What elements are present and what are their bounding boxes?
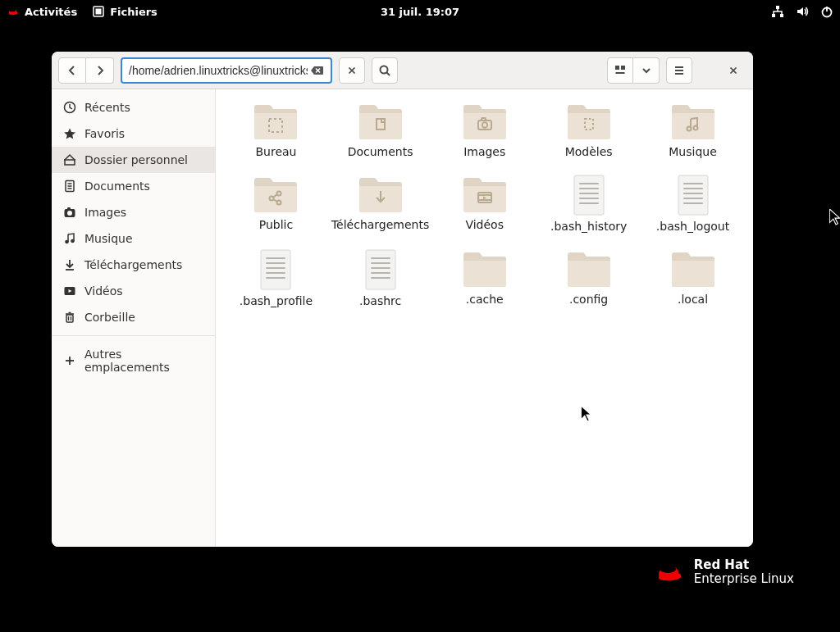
folder-tlchargements[interactable]: Téléchargements xyxy=(330,174,431,234)
content-area[interactable]: BureauDocumentsImagesModèlesMusiquePubli… xyxy=(216,89,753,547)
sidebar-item-label: Documents xyxy=(84,180,150,193)
folder-documents[interactable]: Documents xyxy=(330,101,431,159)
sidebar-item-music[interactable]: Musique xyxy=(52,225,215,252)
chevron-left-icon xyxy=(66,64,79,77)
file-label: .config xyxy=(569,293,608,307)
file-label: .local xyxy=(678,293,708,307)
brand-line1: Red Hat xyxy=(694,557,750,572)
app-menu-button[interactable]: Fichiers xyxy=(92,5,158,18)
app-menu-label: Fichiers xyxy=(110,6,158,18)
folder-icon xyxy=(669,101,718,142)
file-label: Bureau xyxy=(255,145,296,159)
text-file-icon xyxy=(675,174,711,216)
folder-icon xyxy=(460,248,509,289)
view-options-button[interactable] xyxy=(633,57,660,84)
chevron-down-icon xyxy=(640,64,653,77)
sidebar-item-label: Corbeille xyxy=(84,311,135,324)
sidebar-item-label: Images xyxy=(84,206,126,219)
redhat-logo-icon xyxy=(7,5,20,18)
sidebar: RécentsFavorisDossier personnelDocuments… xyxy=(52,89,216,547)
video-icon xyxy=(63,284,76,298)
sidebar-item-label: Vidéos xyxy=(84,284,123,298)
sidebar-item-star[interactable]: Favoris xyxy=(52,120,215,147)
nautilus-window: RécentsFavorisDossier personnelDocuments… xyxy=(52,52,753,547)
folder-local[interactable]: .local xyxy=(642,248,743,308)
folder-public[interactable]: Public xyxy=(226,174,326,234)
text-file-icon xyxy=(363,248,399,291)
window-close-button[interactable] xyxy=(720,57,746,84)
activities-button[interactable]: Activités xyxy=(7,5,77,18)
path-input[interactable] xyxy=(129,64,308,77)
file-label: Vidéos xyxy=(465,218,504,232)
activities-label: Activités xyxy=(25,6,77,18)
file-bashrc[interactable]: .bashrc xyxy=(330,248,431,308)
sidebar-item-video[interactable]: Vidéos xyxy=(52,278,215,304)
folder-config[interactable]: .config xyxy=(538,248,639,308)
folder-modles[interactable]: Modèles xyxy=(538,101,639,159)
chevron-right-icon xyxy=(94,64,107,77)
file-bash_profile[interactable]: .bash_profile xyxy=(226,248,326,308)
sidebar-item-camera[interactable]: Images xyxy=(52,199,215,225)
icon-view-icon xyxy=(614,64,627,77)
folder-musique[interactable]: Musique xyxy=(642,101,743,159)
sidebar-item-other-locations[interactable]: Autres emplacements xyxy=(52,341,215,380)
folder-images[interactable]: Images xyxy=(434,101,535,159)
close-icon xyxy=(728,65,739,76)
folder-vidos[interactable]: Vidéos xyxy=(434,174,535,234)
download-icon xyxy=(63,258,76,271)
sidebar-item-document[interactable]: Documents xyxy=(52,173,215,199)
forward-button[interactable] xyxy=(86,57,114,84)
file-label: Documents xyxy=(348,145,413,159)
svg-rect-67 xyxy=(96,9,102,15)
view-mode-button[interactable] xyxy=(607,57,633,84)
sidebar-item-label: Téléchargements xyxy=(84,258,182,271)
network-icon[interactable] xyxy=(771,5,784,18)
backspace-icon xyxy=(310,64,323,77)
back-button[interactable] xyxy=(58,57,86,84)
close-path-button[interactable] xyxy=(339,57,365,84)
redhat-brand: Red Hat Enterprise Linux xyxy=(653,558,794,587)
folder-icon xyxy=(564,101,614,142)
file-label: Modèles xyxy=(565,145,613,159)
home-icon xyxy=(63,153,76,166)
sidebar-item-clock[interactable]: Récents xyxy=(52,94,215,120)
sidebar-item-label: Musique xyxy=(84,232,133,245)
files-app-icon xyxy=(92,5,105,18)
search-button[interactable] xyxy=(372,57,398,84)
folder-icon xyxy=(251,174,300,215)
path-entry[interactable] xyxy=(121,57,332,84)
sidebar-item-label: Autres emplacements xyxy=(84,348,203,374)
hamburger-button[interactable] xyxy=(666,57,692,84)
file-label: .bash_logout xyxy=(656,220,729,234)
power-icon[interactable] xyxy=(820,5,833,18)
volume-icon[interactable] xyxy=(796,5,809,18)
folder-icon xyxy=(356,101,405,142)
search-icon xyxy=(378,64,391,77)
folder-icon xyxy=(460,101,509,142)
folder-icon xyxy=(356,174,405,215)
hamburger-icon xyxy=(673,64,686,77)
brand-line2: Enterprise Linux xyxy=(694,572,794,586)
folder-icon xyxy=(669,248,718,289)
sidebar-item-label: Récents xyxy=(84,101,130,114)
sidebar-separator xyxy=(52,335,215,336)
file-label: Images xyxy=(463,145,505,159)
text-file-icon xyxy=(571,174,607,216)
clear-path-button[interactable] xyxy=(308,61,326,80)
sidebar-item-trash[interactable]: Corbeille xyxy=(52,304,215,330)
redhat-logo-icon xyxy=(653,559,686,585)
mouse-cursor-icon xyxy=(829,209,840,225)
file-bash_logout[interactable]: .bash_logout xyxy=(642,174,743,234)
sidebar-item-home[interactable]: Dossier personnel xyxy=(52,147,215,173)
file-bash_history[interactable]: .bash_history xyxy=(538,174,639,234)
headerbar xyxy=(52,52,753,89)
folder-bureau[interactable]: Bureau xyxy=(226,101,326,159)
clock-button[interactable]: 31 juil. 19:07 xyxy=(381,6,459,18)
star-icon xyxy=(63,127,76,140)
music-icon xyxy=(63,232,76,245)
sidebar-item-download[interactable]: Téléchargements xyxy=(52,252,215,278)
folder-cache[interactable]: .cache xyxy=(434,248,535,308)
folder-icon xyxy=(564,248,614,289)
file-label: .cache xyxy=(466,293,504,307)
close-icon xyxy=(346,65,358,76)
